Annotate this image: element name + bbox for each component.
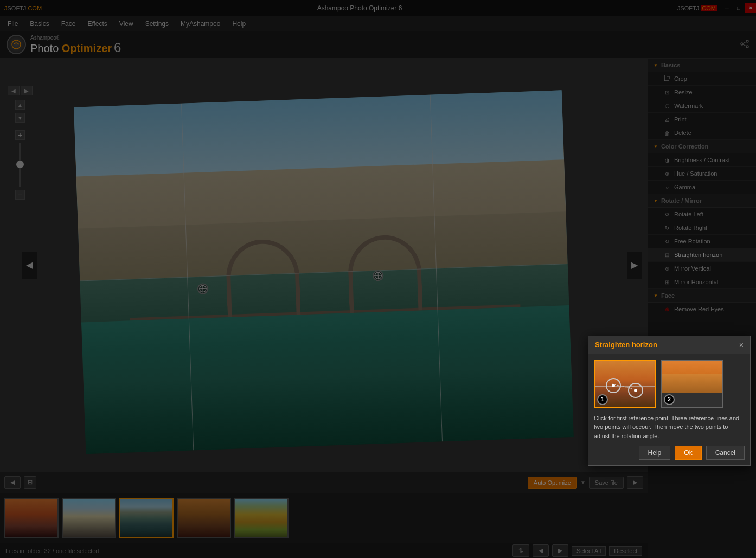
- dialog-thumb-1[interactable]: 1: [594, 360, 656, 408]
- dialog-thumbnails: 1 2: [594, 360, 745, 408]
- dialog-buttons: Help Ok Cancel: [594, 446, 745, 460]
- dialog-title: Straighten horizon: [595, 341, 657, 349]
- dialog-cancel-button[interactable]: Cancel: [706, 446, 745, 460]
- dialog-description: Click for first reference point. Three r…: [594, 414, 745, 441]
- dialog-close-button[interactable]: ×: [739, 341, 744, 349]
- svg-line-14: [612, 384, 632, 389]
- dialog-content: 1 2 Click for first reference point. Thr…: [588, 354, 750, 466]
- dialog-thumb-num-2: 2: [664, 394, 675, 405]
- dialog-help-button[interactable]: Help: [639, 446, 671, 460]
- straighten-dialog: Straighten horizon ×: [588, 336, 751, 466]
- dialog-ok-button[interactable]: Ok: [675, 446, 701, 460]
- dialog-overlay: Straighten horizon ×: [0, 0, 756, 558]
- dialog-thumb-num-1: 1: [597, 394, 608, 405]
- dialog-title-bar: Straighten horizon ×: [588, 336, 750, 354]
- dialog-thumb-2[interactable]: 2: [661, 360, 723, 408]
